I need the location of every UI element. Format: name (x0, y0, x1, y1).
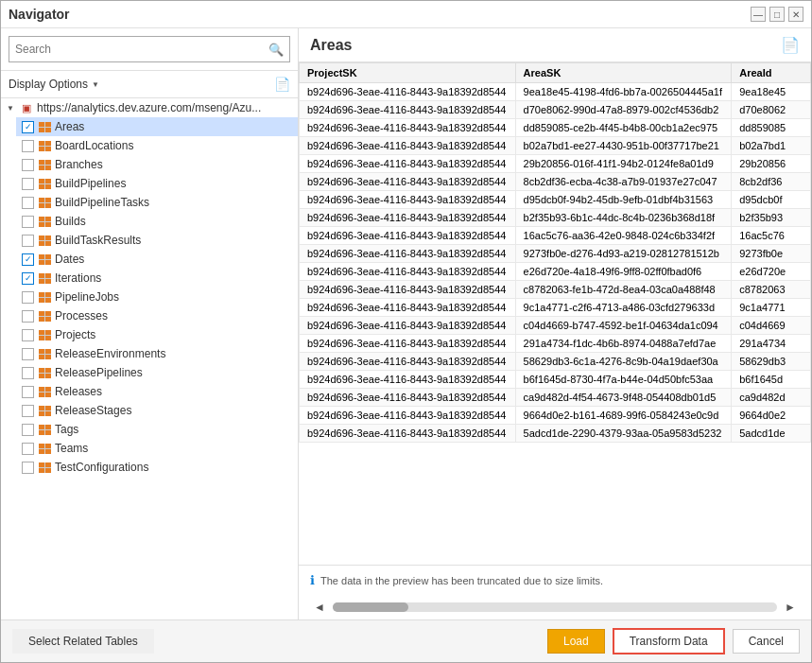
tree-item-ReleasePipelines[interactable]: ReleasePipelines (16, 363, 298, 382)
table-cell: 8cb2df36 (732, 173, 811, 191)
checkbox-Processes[interactable] (22, 310, 34, 323)
cancel-button[interactable]: Cancel (733, 629, 800, 654)
checkbox-Projects[interactable] (22, 329, 34, 341)
tree-item-PipelineJobs[interactable]: PipelineJobs (16, 288, 298, 306)
tree-item-TestConfigurations[interactable]: TestConfigurations (16, 458, 298, 477)
table-row[interactable]: b924d696-3eae-4116-8443-9a18392d8544c878… (300, 281, 811, 299)
scrollbar-row[interactable]: ◄ ► (299, 595, 811, 619)
table-row[interactable]: b924d696-3eae-4116-8443-9a18392d8544d95d… (300, 191, 811, 209)
checkbox-ReleaseStages[interactable] (22, 405, 34, 417)
right-panel: Areas 📄 ProjectSK AreaSK AreaId b924d696… (299, 28, 811, 619)
maximize-button[interactable]: □ (769, 7, 785, 22)
table-row[interactable]: b924d696-3eae-4116-8443-9a18392d8544d70e… (300, 101, 811, 119)
table-cell: b2f35b93 (732, 209, 811, 227)
checkbox-Areas[interactable] (22, 121, 34, 133)
checkbox-ReleaseEnvironments[interactable] (22, 348, 34, 360)
table-cell: b924d696-3eae-4116-8443-9a18392d8544 (300, 173, 516, 191)
table-row[interactable]: b924d696-3eae-4116-8443-9a18392d854429b2… (300, 155, 811, 173)
checkbox-Dates[interactable] (22, 253, 34, 266)
table-row[interactable]: b924d696-3eae-4116-8443-9a18392d85449ea1… (300, 83, 811, 101)
table-row[interactable]: b924d696-3eae-4116-8443-9a18392d85449664… (300, 407, 811, 425)
table-cell: b924d696-3eae-4116-8443-9a18392d8544 (300, 299, 516, 317)
data-table-wrap[interactable]: ProjectSK AreaSK AreaId b924d696-3eae-41… (299, 62, 811, 565)
checkbox-Branches[interactable] (22, 159, 34, 171)
tree-item-BuildPipelines[interactable]: BuildPipelines (16, 174, 298, 193)
table-row[interactable]: b924d696-3eae-4116-8443-9a18392d85449273… (300, 245, 811, 263)
table-row[interactable]: b924d696-3eae-4116-8443-9a18392d854416ac… (300, 227, 811, 245)
minimize-button[interactable]: — (751, 7, 766, 22)
col-header-AreaSK: AreaSK (515, 63, 732, 83)
checkbox-PipelineJobs[interactable] (22, 291, 34, 304)
tree-item-Projects[interactable]: Projects (16, 325, 298, 344)
table-cell: b2f35b93-6b1c-44dc-8c4b-0236b368d18f (515, 209, 732, 227)
table-row[interactable]: b924d696-3eae-4116-8443-9a18392d8544b6f1… (300, 371, 811, 389)
page-icon-button[interactable]: 📄 (274, 77, 290, 92)
col-header-AreaId: AreaId (732, 63, 811, 83)
tree-item-Releases[interactable]: Releases (16, 382, 298, 401)
tree-item-ReleaseStages[interactable]: ReleaseStages (16, 401, 298, 420)
scroll-track[interactable] (333, 602, 777, 612)
display-options-button[interactable]: Display Options ▼ (9, 78, 99, 91)
checkbox-Releases[interactable] (22, 386, 34, 398)
table-cell: b6f1645d (732, 371, 811, 389)
table-row[interactable]: b924d696-3eae-4116-8443-9a18392d8544ca9d… (300, 389, 811, 407)
search-input[interactable] (15, 39, 268, 60)
tree-label-Builds: Builds (55, 215, 292, 228)
tree-item-Teams[interactable]: Teams (16, 439, 298, 458)
tree-item-ReleaseEnvironments[interactable]: ReleaseEnvironments (16, 344, 298, 363)
table-row[interactable]: b924d696-3eae-4116-8443-9a18392d85448cb2… (300, 173, 811, 191)
checkbox-ReleasePipelines[interactable] (22, 367, 34, 379)
select-related-tables-button[interactable]: Select Related Tables (12, 629, 154, 654)
table-row[interactable]: b924d696-3eae-4116-8443-9a18392d8544c04d… (300, 317, 811, 335)
table-row[interactable]: b924d696-3eae-4116-8443-9a18392d8544e26d… (300, 263, 811, 281)
table-row[interactable]: b924d696-3eae-4116-8443-9a18392d8544b2f3… (300, 209, 811, 227)
scroll-left-button[interactable]: ◄ (310, 599, 329, 616)
table-cell: b924d696-3eae-4116-8443-9a18392d8544 (300, 155, 516, 173)
table-cell: b6f1645d-8730-4f7a-b44e-04d50bfc53aa (515, 371, 732, 389)
right-header: Areas 📄 (299, 28, 811, 62)
load-button[interactable]: Load (547, 629, 605, 654)
title-bar: Navigator — □ ✕ (1, 1, 811, 28)
tree-item-BoardLocations[interactable]: BoardLocations (16, 136, 298, 155)
checkbox-Tags[interactable] (22, 424, 34, 436)
table-row[interactable]: b924d696-3eae-4116-8443-9a18392d8544291a… (300, 335, 811, 353)
table-icon-Releases (38, 385, 51, 398)
tree-item-Areas[interactable]: Areas (16, 117, 298, 136)
checkbox-BoardLocations[interactable] (22, 140, 34, 152)
download-icon[interactable]: 📄 (781, 36, 800, 54)
checkbox-BuildPipelineTasks[interactable] (22, 197, 34, 209)
checkbox-BuildPipelines[interactable] (22, 178, 34, 190)
table-row[interactable]: b924d696-3eae-4116-8443-9a18392d85449c1a… (300, 299, 811, 317)
tree-expand-icon: ▼ (7, 104, 16, 113)
scroll-thumb[interactable] (333, 602, 408, 612)
tree-item-Tags[interactable]: Tags (16, 420, 298, 439)
tree-item-Processes[interactable]: Processes (16, 306, 298, 325)
checkbox-Builds[interactable] (22, 216, 34, 228)
table-cell: 9273fb0e (732, 245, 811, 263)
tree-item-Iterations[interactable]: Iterations (16, 269, 298, 288)
tree-root-item[interactable]: ▼ ▣ https://analytics.dev.azure.com/msen… (1, 98, 298, 117)
col-header-ProjectSK: ProjectSK (300, 63, 516, 83)
tree-item-BuildTaskResults[interactable]: BuildTaskResults (16, 231, 298, 250)
tree-label-Iterations: Iterations (55, 271, 292, 285)
table-row[interactable]: b924d696-3eae-4116-8443-9a18392d85445862… (300, 353, 811, 371)
checkbox-TestConfigurations[interactable] (22, 462, 34, 474)
checkbox-Iterations[interactable] (22, 272, 34, 285)
tree-label-Dates: Dates (55, 253, 292, 266)
tree-item-BuildPipelineTasks[interactable]: BuildPipelineTasks (16, 193, 298, 212)
table-row[interactable]: b924d696-3eae-4116-8443-9a18392d85445adc… (300, 425, 811, 443)
content-area: 🔍 Display Options ▼ 📄 ▼ ▣ https://analyt… (1, 28, 811, 619)
transform-data-button[interactable]: Transform Data (613, 628, 725, 654)
tree-item-Dates[interactable]: Dates (16, 250, 298, 269)
checkbox-Teams[interactable] (22, 443, 34, 455)
tree-area[interactable]: ▼ ▣ https://analytics.dev.azure.com/msen… (1, 98, 298, 619)
scroll-right-button[interactable]: ► (781, 599, 800, 616)
table-icon-Dates (38, 253, 51, 266)
table-row[interactable]: b924d696-3eae-4116-8443-9a18392d8544dd85… (300, 119, 811, 137)
tree-item-Builds[interactable]: Builds (16, 212, 298, 231)
tree-item-Branches[interactable]: Branches (16, 155, 298, 174)
close-button[interactable]: ✕ (788, 7, 803, 22)
table-row[interactable]: b924d696-3eae-4116-8443-9a18392d8544b02a… (300, 137, 811, 155)
checkbox-BuildTaskResults[interactable] (22, 235, 34, 247)
table-cell: b924d696-3eae-4116-8443-9a18392d8544 (300, 317, 516, 335)
